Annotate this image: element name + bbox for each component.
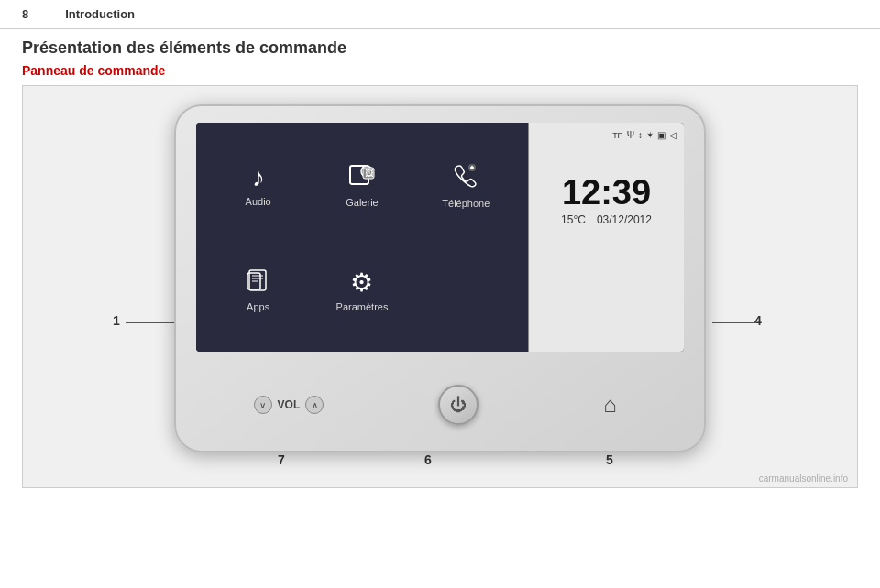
header-title: Introduction (65, 7, 135, 21)
status-battery: ▣ (657, 130, 666, 140)
menu-item-telephone[interactable]: Téléphone (442, 162, 490, 209)
menu-item-apps[interactable]: Apps (246, 267, 271, 312)
callout-line-1 (126, 322, 181, 323)
vol-up-button[interactable]: ∧ (305, 396, 324, 414)
footer-watermark: carmanualsonline.info (759, 474, 848, 484)
menu-item-audio[interactable]: ♪ Audio (246, 163, 271, 207)
clock-temp: 15°C (561, 213, 586, 226)
callout-7: 7 (278, 452, 285, 467)
section-sub-title: Panneau de commande (0, 61, 880, 85)
bottom-controls: ∨ VOL ∧ ⏻ ⌂ (196, 385, 684, 425)
status-signal: Ψ (627, 130, 634, 140)
device-body: ♪ Audio 👤 🖼 Galerie (174, 104, 706, 452)
page-header: 8 Introduction (0, 0, 880, 29)
power-icon: ⏻ (450, 396, 467, 415)
diagram-container: 1 2 3 4 5 6 7 ♪ Audio (22, 85, 858, 488)
telephone-icon (452, 162, 479, 194)
parametres-label: Paramètres (336, 301, 389, 312)
vol-control[interactable]: ∨ VOL ∧ (254, 396, 324, 414)
vol-down-button[interactable]: ∨ (254, 396, 272, 414)
svg-text:🖼: 🖼 (364, 169, 372, 178)
status-bar: TP Ψ ↕ ✶ ▣ ◁ (536, 130, 676, 140)
clock-info: 15°C 03/12/2012 (561, 213, 652, 226)
menu-item-parametres[interactable]: ⚙ Paramètres (336, 267, 389, 312)
home-icon: ⌂ (603, 392, 617, 418)
callout-5: 5 (606, 452, 613, 467)
screen: ♪ Audio 👤 🖼 Galerie (196, 123, 684, 352)
audio-icon: ♪ (252, 163, 265, 192)
apps-label: Apps (247, 301, 270, 312)
clock-date: 03/12/2012 (597, 213, 652, 226)
galerie-label: Galerie (346, 197, 378, 208)
power-button[interactable]: ⏻ (438, 385, 478, 425)
status-tp: TP (612, 131, 623, 140)
status-bluetooth: ✶ (646, 130, 654, 140)
callout-1: 1 (113, 313, 120, 328)
vol-label: VOL (278, 398, 301, 411)
apps-icon (246, 267, 271, 298)
callout-6: 6 (424, 452, 432, 467)
status-volume: ◁ (669, 130, 676, 140)
audio-label: Audio (246, 196, 271, 207)
home-button[interactable]: ⌂ (593, 388, 626, 421)
callout-4: 4 (754, 313, 762, 328)
screen-right: TP Ψ ↕ ✶ ▣ ◁ 12:39 15°C 03/12/2012 (528, 123, 684, 352)
telephone-label: Téléphone (442, 198, 490, 209)
status-arrows: ↕ (638, 130, 643, 140)
screen-menu: ♪ Audio 👤 🖼 Galerie (196, 123, 528, 352)
galerie-icon: 👤 🖼 (348, 162, 376, 193)
menu-item-galerie[interactable]: 👤 🖼 Galerie (346, 162, 378, 208)
svg-point-8 (471, 166, 474, 169)
clock-time: 12:39 (562, 175, 651, 210)
parametres-icon: ⚙ (350, 267, 373, 298)
callout-line-4 (712, 322, 756, 323)
section-main-title: Présentation des éléments de commande (0, 29, 880, 61)
page-number: 8 (22, 7, 28, 21)
